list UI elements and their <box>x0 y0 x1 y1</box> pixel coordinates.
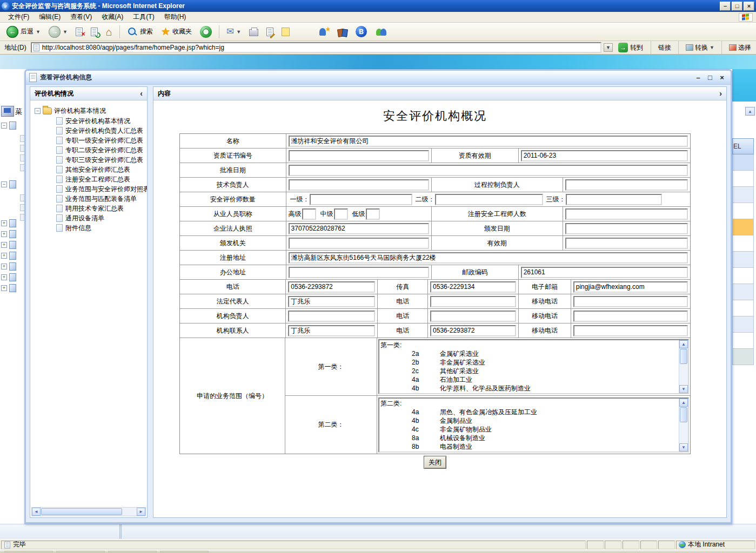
scroll-down-button[interactable]: ▼ <box>679 443 688 451</box>
org-contact-mobile-input[interactable] <box>573 325 688 336</box>
expand-panel-icon[interactable]: › <box>719 89 722 98</box>
select-button[interactable]: 选择 <box>726 43 754 53</box>
tree-plus-icon[interactable]: + <box>1 253 7 259</box>
tree-plus-icon[interactable]: + <box>1 220 7 226</box>
bluetooth-button[interactable]: B <box>352 24 370 39</box>
cert-no-input[interactable] <box>289 150 429 161</box>
scope-item[interactable]: 2b 非金属矿采选业 <box>380 358 678 367</box>
collapse-panel-icon[interactable]: ‹ <box>140 89 143 98</box>
home-button[interactable]: ⌂ <box>103 24 116 39</box>
scrollbar-thumb[interactable] <box>680 349 687 364</box>
cert-valid-input[interactable] <box>521 150 688 161</box>
research-button[interactable] <box>334 24 351 39</box>
org-contact-input[interactable] <box>288 325 375 336</box>
address-field[interactable] <box>31 42 601 53</box>
middle-input[interactable] <box>334 208 348 220</box>
fax-input[interactable] <box>430 281 516 293</box>
phone-input[interactable] <box>288 281 375 293</box>
scroll-left-button[interactable]: ◄ <box>32 508 41 516</box>
search-button[interactable]: 搜索 <box>124 24 156 39</box>
level1-input[interactable] <box>310 194 412 205</box>
scope-item[interactable]: 2c 其他矿采选业 <box>380 367 678 375</box>
junior-input[interactable] <box>366 208 380 220</box>
scroll-right-button[interactable]: ► <box>137 508 145 516</box>
tree-item[interactable]: 其他安全评价师汇总表 <box>56 165 146 174</box>
favorites-button[interactable]: ★ 收藏夹 <box>158 24 195 39</box>
tree-plus-icon[interactable]: + <box>1 242 7 248</box>
frame-splitter[interactable] <box>119 524 122 539</box>
tree-item[interactable]: 注册安全工程师汇总表 <box>56 174 146 184</box>
tree-item[interactable]: 安全评价机构负责人汇总表 <box>56 126 146 136</box>
minimize-button[interactable]: – <box>720 2 731 11</box>
vertical-scrollbar[interactable]: ▲ ▼ <box>679 399 688 451</box>
tree-item[interactable]: 专职二级安全评价师汇总表 <box>56 145 146 155</box>
restore-button[interactable]: □ <box>732 2 742 11</box>
issue-date-input[interactable] <box>565 223 688 234</box>
forward-dropdown-icon[interactable]: ▼ <box>63 29 68 35</box>
legal-rep-input[interactable] <box>288 296 375 307</box>
issue-org-input[interactable] <box>289 238 429 249</box>
menu-item[interactable]: 编辑(E) <box>34 11 65 23</box>
mail-dropdown-icon[interactable]: ▼ <box>236 29 241 35</box>
horizontal-scrollbar[interactable]: ◄ ► <box>31 507 146 516</box>
scrollbar-thumb[interactable] <box>41 508 122 515</box>
postcode-input[interactable] <box>521 267 688 278</box>
level3-input[interactable] <box>566 194 662 205</box>
back-button[interactable]: ← 后退 ▼ <box>3 24 44 39</box>
tree-minus-icon[interactable]: − <box>1 123 7 129</box>
email-input[interactable] <box>573 281 688 293</box>
menu-item[interactable]: 文件(F) <box>3 11 34 23</box>
tree-item[interactable]: 聘用技术专家汇总表 <box>56 204 146 213</box>
legal-mobile-input[interactable] <box>573 296 688 307</box>
tree-item[interactable]: 业务范围与匹配装备清单 <box>56 194 146 204</box>
menu-item[interactable]: 查看(V) <box>65 11 97 23</box>
org-head-mobile-input[interactable] <box>573 311 688 322</box>
scroll-up-button[interactable]: ▲ <box>679 399 688 407</box>
level2-input[interactable] <box>435 194 543 205</box>
scope-item[interactable]: 4a 黑色、有色金属冶炼及压延加工业 <box>380 408 678 416</box>
stop-button[interactable]: × <box>72 24 86 39</box>
tree-plus-icon[interactable]: + <box>1 285 7 291</box>
modal-close-button[interactable]: × <box>718 73 726 82</box>
mail-button[interactable]: ✉ ▼ <box>223 24 244 39</box>
scroll-up-button[interactable]: ▲ <box>745 107 755 116</box>
messenger-button[interactable]: ★ <box>316 24 333 39</box>
history-button[interactable] <box>197 24 215 39</box>
links-button[interactable]: 链接 <box>655 43 674 53</box>
address-input[interactable] <box>42 44 599 51</box>
legal-phone-input[interactable] <box>430 296 516 307</box>
msn-button[interactable] <box>372 24 390 39</box>
scroll-down-button[interactable]: ▼ <box>679 385 688 393</box>
tree-plus-icon[interactable]: + <box>1 231 7 237</box>
go-button[interactable]: → 转到 <box>615 42 646 53</box>
discuss-button[interactable] <box>278 24 293 39</box>
tree-item[interactable]: 安全评价机构基本情况 <box>56 116 146 126</box>
tree-plus-icon[interactable]: + <box>1 274 7 280</box>
scope-item[interactable]: 2a 金属矿采选业 <box>380 349 678 358</box>
scope-item[interactable]: 4b 金属制品业 <box>380 416 678 425</box>
forward-button[interactable]: → ▼ <box>45 24 71 39</box>
category1-listbox[interactable]: 第一类: 2a 金属矿采选业 2b 非金属矿采选 <box>378 339 689 394</box>
tree-item[interactable]: 附件信息 <box>56 223 146 233</box>
menu-item[interactable]: 收藏(A) <box>97 11 128 23</box>
tree-item[interactable]: 通用设备清单 <box>56 213 146 223</box>
convert-dropdown-icon[interactable]: ▼ <box>710 45 714 50</box>
org-contact-phone-input[interactable] <box>430 325 516 336</box>
print-button[interactable] <box>246 24 262 39</box>
tree-root-node[interactable]: − 评价机构基本情况 <box>35 106 146 116</box>
tree-minus-icon[interactable]: − <box>35 108 41 114</box>
senior-input[interactable] <box>302 208 316 220</box>
vertical-scrollbar[interactable]: ▲ ▼ <box>679 340 688 393</box>
license-input[interactable] <box>289 223 429 234</box>
office-addr-input[interactable] <box>289 267 429 278</box>
scope-item[interactable]: 4c 非金属矿物制品业 <box>380 425 678 434</box>
tree-minus-icon[interactable]: − <box>1 181 7 187</box>
tech-head-input[interactable] <box>289 179 429 191</box>
process-head-input[interactable] <box>565 179 688 191</box>
refresh-button[interactable] <box>88 24 101 39</box>
name-input[interactable] <box>289 136 688 147</box>
org-head-phone-input[interactable] <box>430 311 516 322</box>
close-form-button[interactable]: 关闭 <box>424 456 446 469</box>
reg-engineer-input[interactable] <box>565 208 688 220</box>
scope-item[interactable]: 4a 石油加工业 <box>380 375 678 384</box>
